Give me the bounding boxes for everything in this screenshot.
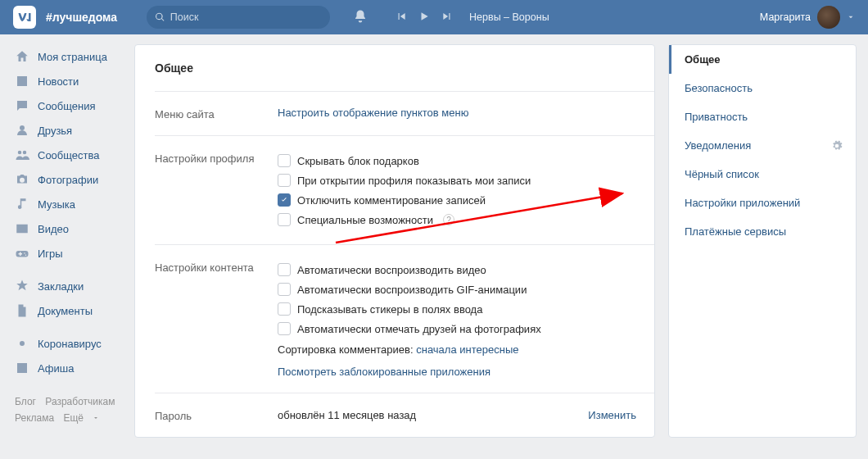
side-tab-label: Безопасность [685,82,753,94]
section-label-password: Пароль [155,408,278,422]
side-tab-label: Платёжные сервисы [685,225,786,238]
checkbox-icon[interactable] [278,154,291,167]
nav-label: Закладки [38,280,84,293]
configure-menu-link[interactable]: Настроить отображение пунктов меню [278,107,468,119]
view-blocked-link[interactable]: Посмотреть заблокированные приложения [278,366,491,378]
side-tab-0[interactable]: Общее [669,45,856,74]
nav-my-page[interactable]: Моя страница [10,44,134,69]
nav-label: Новости [38,75,79,88]
checkbox-row[interactable]: Автоматически воспроизводить видео [278,260,636,279]
search-icon [155,11,165,23]
checkbox-icon[interactable] [278,193,291,207]
checkbox-icon[interactable] [278,283,291,296]
player-play-icon[interactable] [418,11,430,25]
player-track[interactable]: Нервы – Вороны [469,11,549,23]
player-prev-icon[interactable] [396,11,407,25]
checkbox-row[interactable]: Подсказывать стикеры в полях ввода [278,299,636,319]
sort-line: Сортировка комментариев: сначала интерес… [278,339,636,357]
nav-label: Документы [38,305,93,317]
vk-logo[interactable] [13,6,36,29]
checkbox-label: Скрывать блок подарков [297,155,419,167]
section-label-content: Настройки контента [155,260,278,378]
checkbox-icon[interactable] [278,174,291,187]
sort-value-link[interactable]: сначала интересные [416,343,518,356]
checkbox-row[interactable]: Специальные возможности? [278,210,636,230]
nav-label: Игры [38,248,63,260]
side-tab-2[interactable]: Приватность [669,102,856,131]
nav-photos[interactable]: Фотографии [10,167,134,192]
nav-groups[interactable]: Сообщества [10,143,134,167]
nav-label: Афиша [38,362,74,375]
nav-bookmarks[interactable]: Закладки [10,274,134,298]
avatar [817,6,840,29]
nav-video[interactable]: Видео [10,216,134,241]
section-label-menu: Меню сайта [155,107,278,120]
checkbox-label: Подсказывать стикеры в полях ввода [297,303,482,316]
help-icon[interactable]: ? [443,214,454,225]
checkbox-label: Специальные возможности [297,214,433,226]
checkbox-row[interactable]: Отключить комментирование записей [278,190,636,210]
search-input[interactable] [170,11,322,23]
nav-label: Моя страница [38,51,107,63]
nav-label: Коронавирус [38,338,102,350]
nav-music[interactable]: Музыка [10,192,134,216]
nav-docs[interactable]: Документы [10,298,134,323]
side-tab-6[interactable]: Платёжные сервисы [669,217,856,246]
checkbox-icon[interactable] [278,322,291,335]
nav-friends[interactable]: Друзья [10,118,134,143]
nav-afisha[interactable]: Афиша [10,356,134,380]
chevron-down-icon [847,11,855,24]
settings-panel: Общее Меню сайта Настроить отображение п… [134,44,655,438]
checkbox-icon[interactable] [278,213,291,226]
side-tab-5[interactable]: Настройки приложений [669,189,856,217]
player-next-icon[interactable] [441,11,453,25]
side-tab-label: Приватность [685,111,748,123]
side-tab-1[interactable]: Безопасность [669,74,856,102]
user-menu[interactable]: Маргарита [760,6,855,29]
nav-label: Фотографии [38,174,98,186]
checkbox-label: При открытии профиля показывать мои запи… [297,175,531,187]
footer-links: Блог Разработчикам Реклама Ещё [10,389,134,431]
nav-covid[interactable]: Коронавирус [10,331,134,356]
checkbox-label: Отключить комментирование записей [297,194,486,207]
checkbox-row[interactable]: Скрывать блок подарков [278,151,636,170]
nav-label: Музыка [38,198,75,211]
nav-label: Друзья [38,125,72,137]
checkbox-icon[interactable] [278,263,291,276]
nav-label: Сообщества [38,149,100,161]
side-tab-3[interactable]: Уведомления [669,131,856,160]
search-box[interactable] [147,6,330,29]
notifications-icon[interactable] [353,9,368,26]
checkbox-row[interactable]: Автоматически отмечать друзей на фотогра… [278,319,636,339]
side-tab-label: Настройки приложений [685,197,800,209]
footer-dev[interactable]: Разработчикам [45,396,115,407]
password-value: обновлён 11 месяцев назад [278,409,416,421]
side-tab-label: Чёрный список [685,168,759,180]
change-password-link[interactable]: Изменить [588,409,636,421]
nav-news[interactable]: Новости [10,69,134,93]
footer-blog[interactable]: Блог [15,396,36,407]
side-tab-label: Уведомления [685,139,751,152]
section-label-profile: Настройки профиля [155,151,278,230]
checkbox-label: Автоматически воспроизводить видео [297,264,486,276]
side-tab-label: Общее [685,53,721,66]
nav-messages[interactable]: Сообщения [10,93,134,118]
checkbox-row[interactable]: При открытии профиля показывать мои запи… [278,170,636,190]
side-tab-4[interactable]: Чёрный список [669,160,856,189]
page-title: Общее [155,61,654,91]
checkbox-label: Автоматически отмечать друзей на фотогра… [297,323,541,335]
gear-icon[interactable] [831,140,843,152]
checkbox-label: Автоматически воспроизводить GIF-анимаци… [297,284,527,296]
footer-more[interactable]: Ещё [63,412,99,424]
nav-label: Сообщения [38,100,96,112]
checkbox-icon[interactable] [278,302,291,316]
checkbox-row[interactable]: Автоматически воспроизводить GIF-анимаци… [278,279,636,299]
top-header: #лучшедома Нервы – Вороны Маргарита [0,0,868,34]
nav-games[interactable]: Игры [10,241,134,266]
settings-side-nav: ОбщееБезопасностьПриватностьУведомленияЧ… [668,44,857,438]
user-name: Маргарита [760,11,811,23]
nav-label: Видео [38,223,69,235]
left-nav: Моя страница Новости Сообщения Друзья Со… [0,44,134,438]
footer-ads[interactable]: Реклама [15,412,54,424]
slogan-text: #лучшедома [46,11,117,24]
